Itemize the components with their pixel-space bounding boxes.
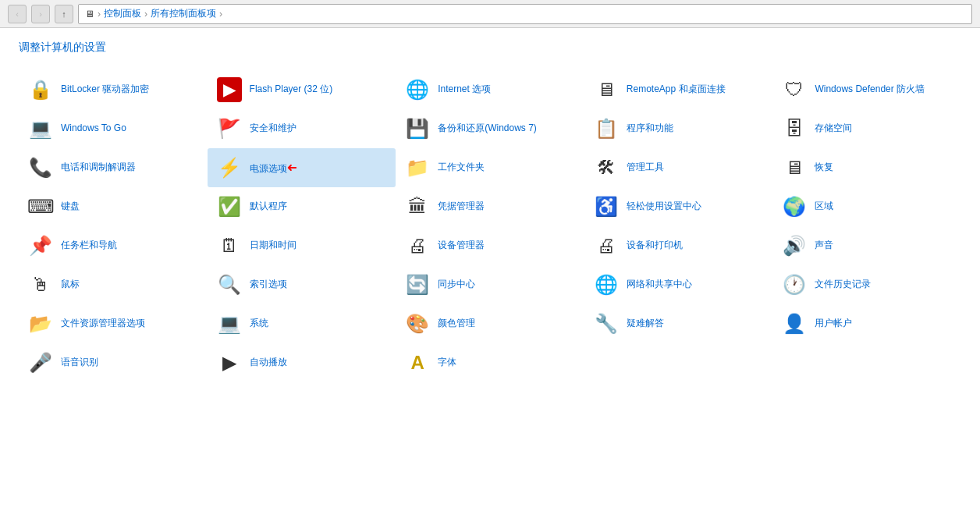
item-label-power: 电源选项➜ — [250, 160, 297, 176]
item-remoteapp[interactable]: 🖥 RemoteApp 和桌面连接 — [584, 70, 773, 109]
item-label-phone: 电话和调制解调器 — [61, 161, 136, 174]
item-label-sync-center: 同步中心 — [438, 279, 475, 291]
taskbar-icon: 📌 — [28, 233, 53, 258]
item-keyboard[interactable]: ⌨ 键盘 — [19, 187, 208, 226]
speech-icon: 🎤 — [28, 350, 53, 375]
storage-icon: 🗄 — [782, 116, 807, 141]
item-security[interactable]: 🚩 安全和维护 — [208, 109, 396, 148]
power-icon: ⚡ — [217, 155, 242, 180]
item-admin-tools[interactable]: 🛠 管理工具 — [584, 148, 773, 187]
item-recovery[interactable]: 🖥 恢复 — [772, 148, 961, 187]
item-device-manager[interactable]: 🖨 设备管理器 — [396, 226, 584, 265]
fonts-icon: A — [405, 350, 430, 375]
address-bar: ‹ › ↑ 🖥 › 控制面板 › 所有控制面板项 › — [0, 0, 980, 28]
indexing-icon: 🔍 — [217, 272, 242, 297]
work-folder-icon: 📁 — [405, 155, 430, 180]
region-icon: 🌍 — [782, 194, 807, 219]
file-explorer-icon: 📂 — [28, 311, 53, 336]
breadcrumb-all-items[interactable]: 所有控制面板项 — [151, 7, 216, 20]
autoplay-icon: ▶ — [217, 350, 242, 375]
forward-button[interactable]: › — [31, 5, 50, 23]
item-power[interactable]: ⚡ 电源选项➜ — [208, 148, 396, 187]
item-label-flash-player: Flash Player (32 位) — [250, 83, 333, 96]
item-color-management[interactable]: 🎨 颜色管理 — [396, 304, 584, 343]
devices-printers-icon: 🖨 — [594, 233, 619, 258]
address-path: 🖥 › 控制面板 › 所有控制面板项 › — [78, 4, 972, 24]
item-label-backup: 备份和还原(Windows 7) — [438, 122, 537, 135]
item-default-programs[interactable]: ✅ 默认程序 — [208, 187, 396, 226]
item-autoplay[interactable]: ▶ 自动播放 — [208, 343, 396, 382]
items-grid: 🔒 BitLocker 驱动器加密 ▶ Flash Player (32 位) … — [19, 70, 961, 382]
item-label-remoteapp: RemoteApp 和桌面连接 — [627, 83, 726, 96]
defender-icon: 🛡 — [782, 77, 807, 102]
item-fonts[interactable]: A 字体 — [396, 343, 584, 382]
windows-to-go-icon: 💻 — [28, 116, 53, 141]
item-label-credentials: 凭据管理器 — [438, 200, 485, 213]
phone-icon: 📞 — [28, 155, 53, 180]
item-credentials[interactable]: 🏛 凭据管理器 — [396, 187, 584, 226]
item-mouse[interactable]: 🖱 鼠标 — [19, 265, 208, 304]
address-icon: 🖥 — [85, 9, 94, 20]
page-title: 调整计算机的设置 — [19, 41, 961, 55]
item-file-history[interactable]: 🕐 文件历史记录 — [772, 265, 961, 304]
credentials-icon: 🏛 — [405, 194, 430, 219]
item-sound[interactable]: 🔊 声音 — [772, 226, 961, 265]
item-region[interactable]: 🌍 区域 — [772, 187, 961, 226]
file-history-icon: 🕐 — [782, 272, 807, 297]
remoteapp-icon: 🖥 — [594, 77, 619, 102]
item-label-devices-printers: 设备和打印机 — [627, 240, 683, 252]
item-bitlocker[interactable]: 🔒 BitLocker 驱动器加密 — [19, 70, 208, 109]
item-storage[interactable]: 🗄 存储空间 — [772, 109, 961, 148]
item-network[interactable]: 🌐 网络和共享中心 — [584, 265, 773, 304]
recovery-icon: 🖥 — [782, 155, 807, 180]
default-programs-icon: ✅ — [217, 194, 242, 219]
item-label-programs: 程序和功能 — [627, 122, 673, 135]
item-internet-options[interactable]: 🌐 Internet 选项 — [396, 70, 584, 109]
item-windows-defender[interactable]: 🛡 Windows Defender 防火墙 — [772, 70, 961, 109]
item-label-network: 网络和共享中心 — [627, 279, 692, 291]
item-label-device-manager: 设备管理器 — [438, 240, 485, 252]
keyboard-icon: ⌨ — [28, 194, 53, 219]
item-label-sound: 声音 — [815, 240, 833, 252]
up-button[interactable]: ↑ — [55, 5, 73, 23]
flash-icon: ▶ — [217, 77, 242, 102]
back-button[interactable]: ‹ — [8, 5, 27, 23]
item-label-keyboard: 键盘 — [61, 200, 80, 213]
item-ease-of-access[interactable]: ♿ 轻松使用设置中心 — [584, 187, 773, 226]
item-label-fonts: 字体 — [438, 357, 456, 369]
item-label-windows-defender: Windows Defender 防火墙 — [815, 83, 925, 96]
item-work-folder[interactable]: 📁 工作文件夹 — [396, 148, 584, 187]
breadcrumb-control-panel[interactable]: 控制面板 — [104, 7, 141, 20]
item-label-system: 系统 — [250, 318, 268, 330]
item-flash-player[interactable]: ▶ Flash Player (32 位) — [208, 70, 396, 109]
item-troubleshooting[interactable]: 🔧 疑难解答 — [584, 304, 773, 343]
item-label-file-history: 文件历史记录 — [815, 279, 871, 291]
item-label-indexing: 索引选项 — [250, 279, 287, 291]
item-sync-center[interactable]: 🔄 同步中心 — [396, 265, 584, 304]
item-user-accounts[interactable]: 👤 用户帐户 — [772, 304, 961, 343]
item-label-default-programs: 默认程序 — [250, 200, 287, 213]
item-label-color-management: 颜色管理 — [438, 318, 475, 330]
item-label-region: 区域 — [815, 200, 833, 213]
item-backup[interactable]: 💾 备份和还原(Windows 7) — [396, 109, 584, 148]
network-icon: 🌐 — [594, 272, 619, 297]
item-file-explorer-options[interactable]: 📂 文件资源管理器选项 — [19, 304, 208, 343]
item-indexing[interactable]: 🔍 索引选项 — [208, 265, 396, 304]
ease-of-access-icon: ♿ — [594, 194, 619, 219]
item-taskbar[interactable]: 📌 任务栏和导航 — [19, 226, 208, 265]
item-devices-printers[interactable]: 🖨 设备和打印机 — [584, 226, 773, 265]
item-windows-to-go[interactable]: 💻 Windows To Go — [19, 109, 208, 148]
item-label-storage: 存储空间 — [815, 122, 852, 135]
item-label-troubleshooting: 疑难解答 — [627, 318, 664, 330]
item-label-bitlocker: BitLocker 驱动器加密 — [61, 83, 149, 96]
item-system[interactable]: 💻 系统 — [208, 304, 396, 343]
bitlocker-icon: 🔒 — [28, 77, 53, 102]
item-phone[interactable]: 📞 电话和调制解调器 — [19, 148, 208, 187]
item-speech[interactable]: 🎤 语音识别 — [19, 343, 208, 382]
system-icon: 💻 — [217, 311, 242, 336]
item-programs[interactable]: 📋 程序和功能 — [584, 109, 773, 148]
admin-tools-icon: 🛠 — [594, 155, 619, 180]
item-date-time[interactable]: 🗓 日期和时间 — [208, 226, 396, 265]
item-label-internet-options: Internet 选项 — [438, 83, 491, 96]
troubleshooting-icon: 🔧 — [594, 311, 619, 336]
